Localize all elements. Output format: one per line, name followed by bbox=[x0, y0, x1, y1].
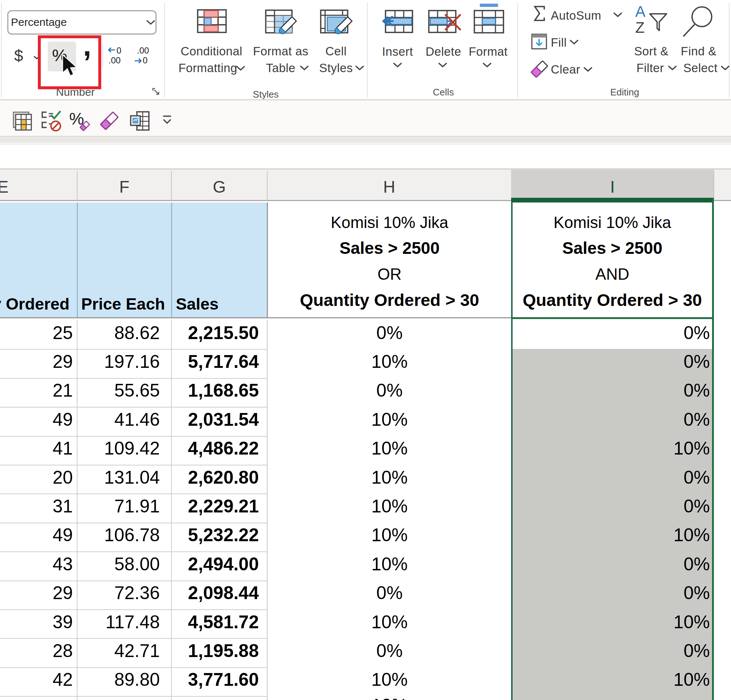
svg-text:0: 0 bbox=[116, 46, 121, 55]
svg-text:.00: .00 bbox=[137, 46, 149, 55]
svg-text:A: A bbox=[635, 3, 646, 20]
svg-text:Z: Z bbox=[635, 19, 645, 36]
svg-text:0: 0 bbox=[143, 55, 147, 65]
svg-text:.00: .00 bbox=[109, 55, 120, 65]
